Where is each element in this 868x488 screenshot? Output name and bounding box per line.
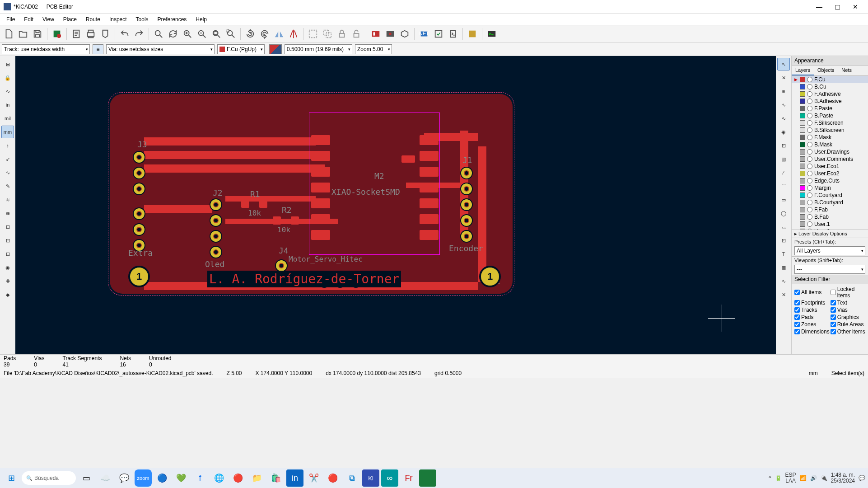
battery-icon[interactable]: 🔋 [775,475,782,481]
close-button[interactable]: ✕ [846,0,864,13]
smd-pad[interactable] [420,230,439,240]
filter-other-items[interactable]: Other items [831,328,865,335]
layer-select[interactable]: F.Cu (PgUp) [217,44,265,54]
smd-pad[interactable] [311,151,330,161]
filter-footprints[interactable]: Footprints [794,300,830,306]
right-tool-6[interactable]: ⊡ [777,139,790,152]
zoom-out-icon[interactable] [195,27,209,41]
explorer-icon[interactable]: 📁 [248,469,266,487]
minimize-button[interactable]: — [810,0,828,13]
3d-view-icon[interactable] [398,27,411,41]
layer-F.Mask[interactable]: F.Mask [792,134,868,141]
menu-place[interactable]: Place [59,14,81,24]
menu-route[interactable]: Route [81,14,105,24]
mounting-hole[interactable]: 1 [128,266,150,287]
layer-User.Eco1[interactable]: User.Eco1 [792,163,868,170]
filter-locked-items[interactable]: Locked items [831,286,865,299]
power-icon[interactable]: 🔌 [821,475,827,481]
track[interactable] [144,137,316,145]
taskbar-search[interactable]: 🔍 Búsqueda [22,471,76,485]
layer-B.Courtyard[interactable]: B.Courtyard [792,199,868,206]
left-tool-11[interactable]: ≋ [1,207,14,220]
layer-F.Cu[interactable]: ▶F.Cu [792,76,868,83]
smd-pad[interactable] [241,200,249,208]
unlock-icon[interactable] [350,27,363,41]
left-tool-13[interactable]: ⊡ [1,234,14,247]
task-view-icon[interactable]: ▭ [78,469,95,487]
layer-B.Mask[interactable]: B.Mask [792,141,868,148]
wifi-icon[interactable]: 📶 [800,475,807,481]
left-tool-15[interactable]: ◉ [1,261,14,274]
start-button[interactable]: ⊞ [3,469,20,487]
left-tool-4[interactable]: mil [1,112,14,125]
right-tool-17[interactable]: ✕ [777,288,790,301]
run-drc-icon[interactable] [446,27,460,41]
layer-F.Adhesive[interactable]: F.Adhesive [792,90,868,98]
find-icon[interactable] [152,27,165,41]
fritzing-icon[interactable]: Fr [400,469,417,487]
layer-B.Cu[interactable]: B.Cu [792,83,868,90]
filter-pads[interactable]: Pads [794,314,830,320]
edge-icon[interactable]: 🌐 [210,469,228,487]
filter-all-items[interactable]: All items [794,286,830,299]
whatsapp-icon[interactable]: 💚 [173,469,190,487]
group-icon[interactable] [306,27,320,41]
pad[interactable] [133,151,145,164]
layer-B.Paste[interactable]: B.Paste [792,112,868,119]
right-tool-15[interactable]: ▦ [777,261,790,274]
pad[interactable] [210,198,222,211]
pad[interactable] [460,167,473,179]
tray-expand-icon[interactable]: ^ [769,475,771,481]
smd-pad[interactable] [420,151,439,161]
menu-file[interactable]: File [2,14,19,24]
track[interactable] [225,196,316,202]
smd-pad[interactable] [420,167,439,177]
pad[interactable] [210,214,222,227]
left-tool-10[interactable]: ≋ [1,193,14,206]
redo-icon[interactable] [132,27,146,41]
save-icon[interactable] [31,27,44,41]
tab-nets[interactable]: Nets [838,66,855,75]
zoom-app-icon[interactable]: zoom [135,469,152,487]
smd-pad[interactable] [273,216,281,225]
undo-icon[interactable] [118,27,131,41]
left-tool-6[interactable]: ↕ [1,139,14,152]
update-pcb-icon[interactable]: NET [417,27,431,41]
left-tool-16[interactable]: ✚ [1,275,14,287]
right-tool-1[interactable]: ✕ [777,71,790,84]
right-tool-5[interactable]: ◉ [777,126,790,138]
pad[interactable] [460,198,473,211]
filter-tracks[interactable]: Tracks [794,307,830,313]
left-tool-14[interactable]: ⊡ [1,248,14,260]
kicad-icon[interactable]: Ki [362,469,379,487]
lang2[interactable]: LAA [785,478,796,484]
track[interactable] [144,151,325,159]
pad[interactable] [460,183,473,195]
right-tool-0[interactable]: ↖ [777,58,790,70]
right-tool-8[interactable]: ∕ [777,166,790,179]
maximize-button[interactable]: ▢ [828,0,846,13]
teams-icon[interactable]: 💬 [116,469,133,487]
smd-pad[interactable] [311,198,330,208]
menu-inspect[interactable]: Inspect [105,14,131,24]
layer-B.Silkscreen[interactable]: B.Silkscreen [792,127,868,134]
pad[interactable] [275,259,288,272]
right-tool-9[interactable]: ⌒ [777,180,790,192]
right-tool-7[interactable]: ▧ [777,153,790,165]
right-tool-3[interactable]: ∿ [777,99,790,111]
layer-Edge.Cuts[interactable]: Edge.Cuts [792,177,868,184]
new-icon[interactable] [2,27,15,41]
smd-pad[interactable] [420,198,439,208]
grid-select[interactable]: 0.5000 mm (19.69 mils) [285,44,352,54]
weather-icon[interactable]: ☁️ [97,469,114,487]
layer-B.Adhesive[interactable]: B.Adhesive [792,98,868,105]
smd-pad[interactable] [311,214,330,224]
print-icon[interactable] [84,27,98,41]
smd-pad[interactable] [401,155,415,163]
via-size-select[interactable]: Via: use netclass sizes [106,44,215,54]
left-tool-17[interactable]: ◆ [1,288,14,301]
track[interactable] [478,146,486,282]
right-tool-10[interactable]: ▭ [777,193,790,206]
smd-pad[interactable] [311,167,330,177]
right-tool-4[interactable]: ∿ [777,112,790,125]
